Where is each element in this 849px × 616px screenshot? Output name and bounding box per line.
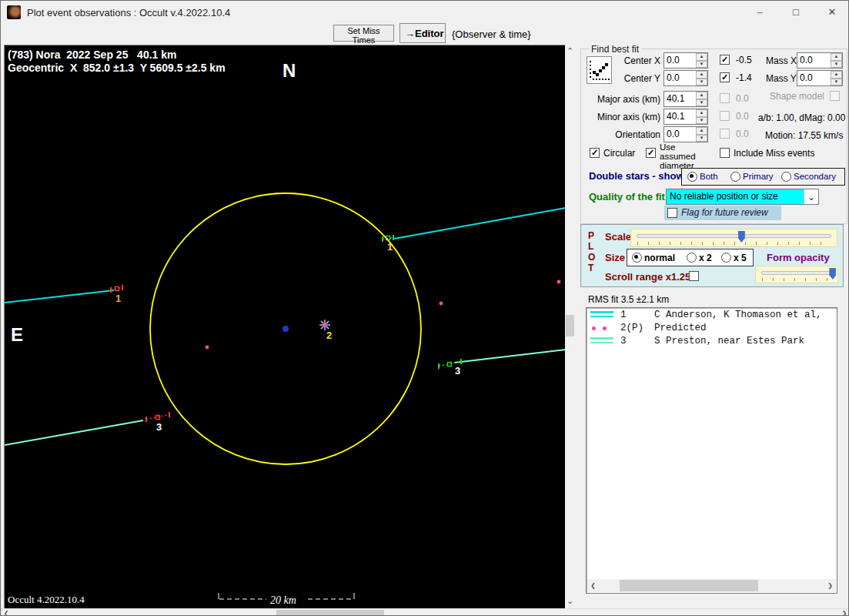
- scroll-down-icon[interactable]: [565, 597, 575, 608]
- flag-review-checkbox[interactable]: [667, 208, 677, 218]
- legend-hscroll-thumb[interactable]: [620, 580, 758, 591]
- circular-label: Circular: [603, 148, 635, 159]
- size-x5-radio[interactable]: [721, 253, 731, 263]
- double-stars-label: Double stars - show: [589, 170, 684, 182]
- major-axis-value[interactable]: 40.1: [664, 92, 696, 106]
- mass-x-value[interactable]: 0.0: [797, 53, 831, 68]
- svg-text:2: 2: [326, 330, 332, 341]
- scroll-left-icon[interactable]: [1, 609, 12, 616]
- window-title: Plot event observations : Occult v.4.202…: [27, 7, 230, 18]
- mass-x-spin-buttons[interactable]: [831, 53, 842, 68]
- legend-list[interactable]: 1C Anderson, K Thomason et al,2(P)Predic…: [586, 307, 837, 594]
- quality-label: Quality of the fit: [589, 191, 665, 203]
- mass-y-spin-buttons[interactable]: [831, 71, 842, 85]
- scale-label: Scale: [605, 231, 631, 243]
- form-opacity-slider[interactable]: [755, 266, 838, 283]
- offset-y-checkbox[interactable]: [720, 72, 730, 82]
- double-secondary-label[interactable]: Secondary: [794, 172, 836, 181]
- size-normal-radio[interactable]: [632, 253, 642, 263]
- motion-label: Motion: 17.55 km/s: [765, 130, 843, 141]
- center-x-spin-buttons[interactable]: [696, 53, 707, 68]
- circular-checkbox[interactable]: [590, 148, 600, 158]
- double-secondary-radio[interactable]: [781, 172, 791, 182]
- plot-hscrollbar[interactable]: [1, 608, 849, 616]
- set-miss-times-button[interactable]: Set Miss Times: [333, 25, 394, 42]
- legend-row-number: 1: [620, 310, 627, 320]
- legend-row[interactable]: 2(P)Predicted: [587, 323, 837, 334]
- legend-line-swatch: [590, 337, 613, 343]
- close-icon[interactable]: [814, 1, 849, 24]
- center-x-value[interactable]: 0.0: [664, 53, 696, 68]
- svg-text:3: 3: [455, 365, 460, 377]
- mass-x-spinner[interactable]: 0.0: [797, 52, 843, 69]
- legend-row[interactable]: 1C Anderson, K Thomason et al,: [587, 310, 837, 321]
- editor-button[interactable]: →Editor: [399, 23, 446, 43]
- major-axis-spin-buttons[interactable]: [696, 92, 707, 106]
- scale-slider[interactable]: [630, 229, 837, 247]
- use-assumed-label: Use assumed diameter: [660, 142, 710, 170]
- legend-row-description: C Anderson, K Thomason et al,: [654, 310, 822, 320]
- plot-canvas[interactable]: (783) Nora 2022 Sep 25 40.1 kmGeocentric…: [5, 45, 566, 609]
- orientation-spin-buttons[interactable]: [696, 127, 707, 142]
- legend-hscrollbar[interactable]: [587, 579, 836, 592]
- quality-value[interactable]: No reliable position or size: [667, 189, 804, 204]
- rms-fit-label: RMS fit 3.5 ±2.1 km: [588, 294, 669, 305]
- size-x5-label[interactable]: x 5: [734, 253, 747, 263]
- center-x-spinner[interactable]: 0.0: [663, 52, 708, 69]
- svg-text:E: E: [11, 324, 23, 345]
- size-x2-label[interactable]: x 2: [699, 253, 712, 263]
- plot-vscrollbar[interactable]: [565, 45, 575, 608]
- titlebar: Plot event observations : Occult v.4.202…: [1, 1, 848, 24]
- include-miss-checkbox[interactable]: [720, 148, 730, 158]
- scroll-right-icon[interactable]: [839, 609, 849, 616]
- maximize-icon[interactable]: [778, 1, 814, 24]
- orientation-spinner[interactable]: 0.0: [663, 126, 708, 142]
- offset-x-checkbox[interactable]: [720, 55, 730, 65]
- scroll-right-icon[interactable]: [825, 581, 835, 590]
- use-assumed-checkbox[interactable]: [646, 148, 656, 158]
- mass-y-spinner[interactable]: 0.0: [797, 70, 843, 86]
- double-primary-radio[interactable]: [730, 172, 740, 182]
- size-normal-label[interactable]: normal: [644, 253, 675, 263]
- minor-axis-spinner[interactable]: 40.1: [663, 109, 708, 125]
- minor-axis-value[interactable]: 40.1: [664, 109, 696, 124]
- hscroll-thumb[interactable]: [276, 610, 384, 616]
- double-both-label[interactable]: Both: [700, 172, 718, 181]
- scroll-range-checkbox[interactable]: [689, 271, 699, 281]
- svg-text:Occult 4.2022.10.4: Occult 4.2022.10.4: [8, 594, 85, 605]
- size-label: Size: [605, 252, 625, 263]
- plot-letter-p: P: [588, 230, 594, 241]
- mass-x-label: Mass X: [766, 55, 797, 66]
- double-primary-label[interactable]: Primary: [743, 172, 774, 181]
- vscroll-thumb[interactable]: [566, 315, 574, 336]
- orientation-value[interactable]: 0.0: [664, 127, 696, 142]
- shape-model-checkbox: [830, 91, 840, 101]
- center-x-label: Center X: [602, 55, 660, 66]
- scroll-left-icon[interactable]: [588, 581, 598, 590]
- orientation-alt-label: 0.0: [736, 129, 749, 139]
- minor-axis-label: Minor axis (km): [586, 112, 660, 122]
- legend-row-description: S Preston, near Estes Park: [654, 336, 804, 346]
- quality-combo[interactable]: No reliable position or size: [666, 189, 819, 205]
- chevron-down-icon[interactable]: [804, 189, 818, 204]
- scale-slider-thumb[interactable]: [738, 231, 745, 243]
- scroll-range-label: Scroll range x1.25: [605, 271, 690, 283]
- center-y-spinner[interactable]: 0.0: [663, 70, 708, 86]
- svg-text:3: 3: [156, 421, 162, 433]
- app-icon: [7, 5, 21, 19]
- size-x2-radio[interactable]: [687, 253, 697, 263]
- offset-y-label: -1.4: [736, 72, 752, 83]
- mass-y-value[interactable]: 0.0: [797, 71, 831, 85]
- double-both-radio[interactable]: [687, 172, 697, 182]
- mass-y-label: Mass Y: [766, 73, 797, 84]
- minor-axis-spin-buttons[interactable]: [696, 109, 707, 124]
- plot-area[interactable]: (783) Nora 2022 Sep 25 40.1 kmGeocentric…: [4, 45, 566, 609]
- minimize-icon[interactable]: [742, 1, 777, 24]
- center-y-value[interactable]: 0.0: [664, 71, 696, 85]
- center-y-spin-buttons[interactable]: [696, 71, 707, 85]
- legend-row[interactable]: 3S Preston, near Estes Park: [587, 336, 837, 347]
- offset-x-label: -0.5: [736, 55, 752, 65]
- form-opacity-label: Form opacity: [767, 252, 830, 263]
- scroll-up-icon[interactable]: [565, 45, 575, 56]
- major-axis-spinner[interactable]: 40.1: [663, 91, 708, 107]
